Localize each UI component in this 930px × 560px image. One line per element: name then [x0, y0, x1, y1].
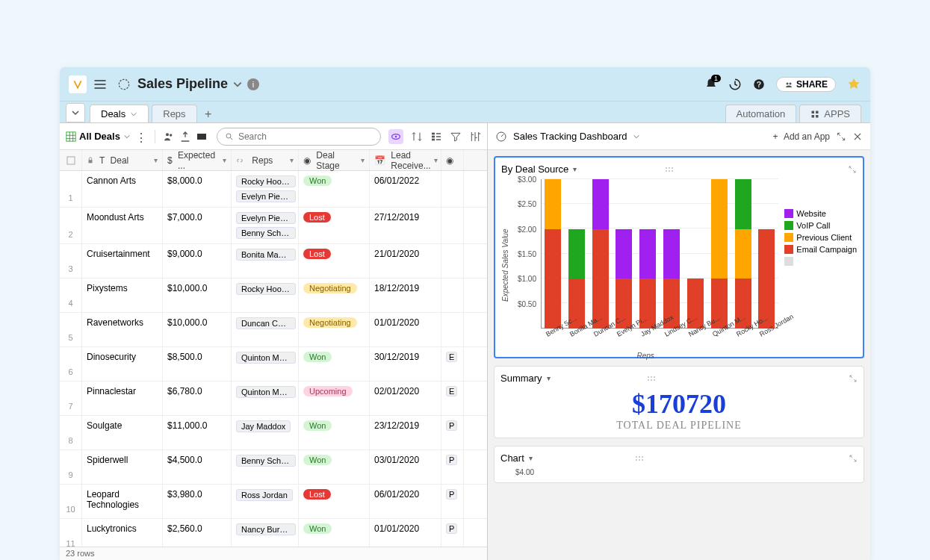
cell-deal[interactable]: Leopard Technologies — [82, 485, 163, 518]
cell-overflow[interactable]: P — [441, 519, 464, 547]
cell-expected[interactable]: $7,000.0 — [163, 208, 232, 243]
cell-overflow[interactable] — [441, 171, 464, 207]
summary-card-title[interactable]: Summary — [500, 373, 542, 384]
cell-expected[interactable]: $6,780.0 — [163, 382, 232, 415]
drag-handle-icon[interactable] — [664, 167, 675, 172]
cell-date[interactable]: 06/01/2020 — [370, 485, 441, 518]
table-row[interactable]: 10Leopard Technologies$3,980.0Ross Jorda… — [60, 485, 487, 519]
drag-handle-icon[interactable] — [634, 455, 645, 461]
cell-expected[interactable]: $3,980.0 — [163, 485, 232, 518]
export-icon[interactable] — [179, 131, 191, 143]
cell-overflow[interactable] — [441, 244, 464, 278]
rep-chip[interactable]: Quinton Marti... — [236, 386, 296, 398]
cell-date[interactable]: 27/12/2019 — [370, 208, 441, 243]
summary-card[interactable]: Summary▾ $170720 TOTAL DEAL PIPELINE — [494, 366, 864, 438]
cell-stage[interactable]: Lost — [299, 208, 370, 243]
table-row[interactable]: 7Pinnaclestar$6,780.0Quinton Marti...Upc… — [60, 382, 487, 416]
expand-dashboard-icon[interactable] — [836, 131, 846, 142]
table-row[interactable]: 2Moondust Arts$7,000.0Evelyn PierceBenny… — [60, 208, 487, 244]
bar[interactable] — [545, 179, 561, 329]
cell-overflow[interactable] — [441, 208, 464, 243]
table-row[interactable]: 9Spiderwell$4,500.0Benny SchwartzWon03/0… — [60, 450, 487, 485]
chart-card-2[interactable]: Chart▾ $4.00 — [494, 446, 864, 483]
table-row[interactable]: 4Pixystems$10,000.0Rocky HooperNegotiati… — [60, 279, 487, 313]
cell-date[interactable]: 03/01/2020 — [370, 450, 441, 484]
chevron-down-icon[interactable] — [633, 133, 640, 140]
rep-chip[interactable]: Evelyn Pierce — [236, 190, 296, 202]
legend-item[interactable] — [784, 257, 857, 266]
expand-card-icon[interactable] — [849, 374, 858, 383]
data-grid[interactable]: T Deal▾ $ Expected ...▾ Reps▾ ◉ Deal Sta… — [60, 150, 487, 547]
bar[interactable] — [592, 179, 609, 329]
cell-expected[interactable]: $4,500.0 — [163, 450, 232, 484]
dashboard-title[interactable]: Sales Tracking Dashboard — [513, 131, 627, 142]
cell-expected[interactable]: $10,000.0 — [163, 279, 232, 312]
cell-stage[interactable]: Won — [299, 416, 370, 449]
cell-stage[interactable]: Won — [299, 347, 370, 381]
cell-deal[interactable]: Spiderwell — [82, 450, 163, 484]
rep-chip[interactable]: Jay Maddox — [236, 420, 291, 432]
cell-expected[interactable]: $10,000.0 — [163, 313, 232, 346]
cell-reps[interactable]: Benny Schwartz — [232, 450, 299, 484]
cell-date[interactable]: 01/01/2020 — [370, 519, 441, 547]
table-row[interactable]: 11Luckytronics$2,560.0Nancy BurnettWon01… — [60, 519, 487, 547]
apps-tab[interactable]: APPS — [799, 105, 861, 122]
rep-chip[interactable]: Benny Schwartz — [236, 227, 296, 239]
cell-reps[interactable]: Quinton Marti... — [232, 347, 299, 381]
user-app-icon[interactable] — [846, 77, 861, 92]
cell-expected[interactable]: $9,000.0 — [163, 244, 232, 278]
cell-stage[interactable]: Negotiating — [299, 279, 370, 312]
cell-overflow[interactable] — [441, 279, 464, 312]
cell-date[interactable]: 30/12/2019 — [370, 347, 441, 381]
highlight-toggle[interactable] — [388, 129, 403, 144]
menu-icon[interactable] — [93, 77, 108, 92]
rep-chip[interactable]: Duncan Castro — [236, 317, 296, 329]
col-reps-header[interactable]: Reps▾ — [232, 150, 299, 170]
info-icon[interactable]: i — [247, 78, 259, 90]
table-row[interactable]: 8Soulgate$11,000.0Jay MaddoxWon23/12/201… — [60, 416, 487, 450]
cell-date[interactable]: 06/01/2022 — [370, 171, 441, 207]
tab-deals[interactable]: Deals — [90, 105, 149, 122]
tab-reps[interactable]: Reps — [152, 105, 196, 122]
bar[interactable] — [711, 179, 728, 329]
rep-chip[interactable]: Ross Jordan — [236, 489, 293, 501]
cell-stage[interactable]: Won — [299, 171, 370, 207]
cell-date[interactable]: 23/12/2019 — [370, 416, 441, 449]
cell-date[interactable]: 18/12/2019 — [370, 279, 441, 312]
rep-chip[interactable]: Nancy Burnett — [236, 523, 296, 535]
search-box[interactable] — [217, 128, 381, 146]
doc-title[interactable]: Sales Pipeline — [137, 76, 228, 92]
rep-chip[interactable]: Rocky Hooper — [236, 175, 296, 187]
expand-card-icon[interactable] — [849, 454, 858, 463]
legend-item[interactable]: Previous Client — [784, 233, 857, 242]
notifications-button[interactable]: 1 — [704, 78, 718, 91]
col-lead-header[interactable]: 📅 Lead Receive...▾ — [370, 150, 441, 170]
cell-deal[interactable]: Pixystems — [82, 279, 163, 312]
cell-reps[interactable]: Duncan Castro — [232, 313, 299, 346]
cell-date[interactable]: 02/01/2020 — [370, 382, 441, 415]
search-input[interactable] — [238, 131, 373, 142]
rep-chip[interactable]: Benny Schwartz — [236, 455, 296, 467]
legend-item[interactable]: VoIP Call — [784, 221, 857, 230]
table-row[interactable]: 1Cannon Arts$8,000.0Rocky HooperEvelyn P… — [60, 171, 487, 208]
cell-overflow[interactable]: P — [441, 416, 464, 449]
cell-stage[interactable]: Negotiating — [299, 313, 370, 346]
col-deal-header[interactable]: T Deal▾ — [82, 150, 163, 170]
cell-overflow[interactable]: P — [441, 485, 464, 518]
cell-deal[interactable]: Ravenetworks — [82, 313, 163, 346]
legend-item[interactable]: Website — [784, 209, 857, 218]
cell-stage[interactable]: Won — [299, 450, 370, 484]
bar[interactable] — [735, 179, 751, 329]
drag-handle-icon[interactable] — [646, 376, 657, 382]
title-dropdown-icon[interactable] — [232, 79, 243, 90]
cell-deal[interactable]: Soulgate — [82, 416, 163, 449]
cell-reps[interactable]: Rocky HooperEvelyn Pierce — [232, 171, 299, 207]
cell-reps[interactable]: Rocky Hooper — [232, 279, 299, 312]
table-row[interactable]: 6Dinosecurity$8,500.0Quinton Marti...Won… — [60, 347, 487, 382]
expand-sidebar-toggle[interactable] — [66, 103, 85, 122]
cell-overflow[interactable] — [441, 313, 464, 346]
card-view-icon[interactable] — [196, 131, 208, 143]
col-stage-header[interactable]: ◉ Deal Stage▾ — [299, 150, 370, 170]
cell-deal[interactable]: Cannon Arts — [82, 171, 163, 207]
cell-deal[interactable]: Luckytronics — [82, 519, 163, 547]
